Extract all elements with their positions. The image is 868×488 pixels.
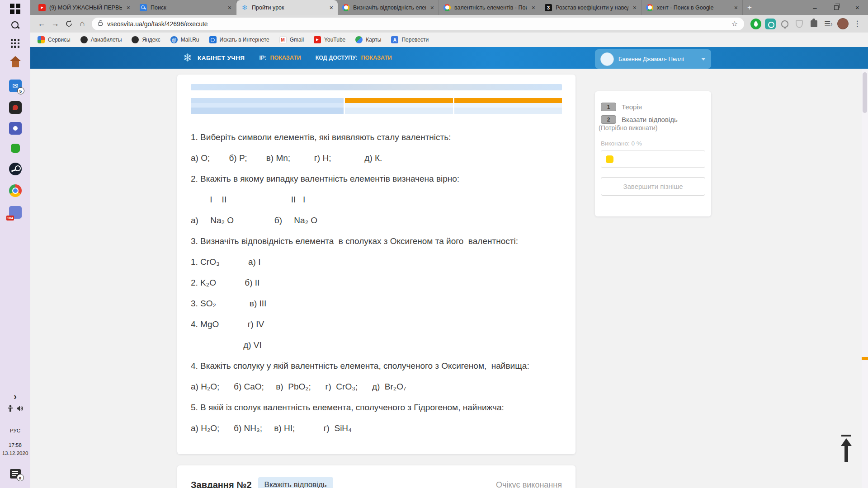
bookmark-perevesti[interactable]: AПеревести — [391, 36, 429, 43]
apps-grid-icon — [11, 39, 20, 48]
tab-close-icon[interactable]: × — [733, 4, 739, 11]
bookmark-yandex[interactable]: Яндекс — [132, 36, 160, 43]
question-line: 2. K₂O б) II — [191, 272, 562, 293]
tab-close-icon[interactable]: × — [227, 4, 232, 11]
taskbar-home-app[interactable] — [0, 60, 30, 70]
bookmark-star-icon[interactable]: ☆ — [731, 19, 738, 28]
restore-button[interactable] — [826, 0, 847, 15]
taskbar-mail-app[interactable]: ✉ 5 — [0, 80, 30, 92]
browser-menu-button[interactable]: ⋮ — [851, 18, 863, 30]
tab-close-icon[interactable]: × — [531, 4, 536, 11]
question-line: а) H₂O; б) CaO; в) PbO₂; г) CrO₃; д) Br₂… — [191, 376, 562, 397]
extension-green-button[interactable] — [750, 18, 762, 30]
task-header-band — [191, 84, 562, 90]
chrome-icon — [9, 184, 22, 197]
profile-button[interactable] — [836, 18, 849, 30]
bookmark-label: Искать в Интернете — [220, 37, 269, 43]
close-window-button[interactable]: × — [847, 0, 868, 15]
chevron-down-icon — [701, 58, 706, 61]
tab-valentnist[interactable]: валентність елементів - Поиск × — [439, 0, 540, 15]
mail-unread-badge: 5 — [17, 87, 24, 94]
google-icon — [342, 4, 349, 11]
taskbar-photos-app[interactable] — [0, 122, 30, 135]
taskbar-steam-app[interactable] — [0, 163, 30, 175]
tab-google-search[interactable]: хент - Поиск в Google × — [642, 0, 743, 15]
tab-close-icon[interactable]: × — [329, 4, 334, 11]
tab-close-icon[interactable]: × — [429, 4, 435, 11]
taskbar-search-button[interactable] — [0, 21, 30, 30]
forward-button[interactable]: → — [48, 17, 62, 31]
bookmark-aviabilety[interactable]: Авиабилеты — [80, 36, 122, 43]
question-text-block: 1. Виберіть символи елементів, які виявл… — [191, 127, 562, 439]
taskbar-chrome-app[interactable] — [0, 184, 30, 197]
clock-time[interactable]: 17:58 — [0, 442, 30, 449]
user-menu[interactable]: Бакенне Джамал- Неллі — [595, 49, 711, 69]
browser-toolbar: ← → ⌂ vseosvita.ua/go/task/42696/execute… — [30, 15, 868, 33]
bookmark-label: Gmail — [290, 37, 304, 43]
playlist-button[interactable]: ☰♪ — [822, 18, 835, 30]
step-1-badge: 1 — [601, 103, 616, 111]
tab-close-icon[interactable]: × — [632, 4, 637, 11]
tab-koeficienty[interactable]: 3 Розстав коефіцієнти у наведе × — [540, 0, 642, 15]
extension-bulb-button[interactable] — [778, 18, 791, 30]
list-icon: ☰ — [824, 19, 830, 28]
language-indicator[interactable]: РУС — [0, 427, 30, 434]
question-line: 3. SO₂ в) III — [191, 293, 562, 314]
taskbar-apps-button[interactable] — [0, 39, 30, 48]
messenger-app-icon: 104 — [9, 206, 22, 219]
start-button[interactable] — [0, 4, 30, 14]
task2-card: Завдання №2 Вкажіть відповідь Очікує вик… — [177, 465, 576, 488]
step-theory[interactable]: 1 Теорія — [601, 103, 642, 111]
chevron-right-icon: › — [14, 391, 17, 402]
notification-center-button[interactable]: 8 — [0, 469, 30, 479]
extension-shield-button[interactable] — [793, 18, 806, 30]
address-bar[interactable]: vseosvita.ua/go/task/42696/execute ☆ — [92, 18, 744, 30]
home-button[interactable]: ⌂ — [75, 17, 89, 31]
tab-vidpovidnist[interactable]: Визначіть відповідність елеме × — [338, 0, 439, 15]
access-code-show-link[interactable]: ПОКАЗАТИ — [361, 55, 392, 61]
tab-close-icon[interactable]: × — [126, 4, 131, 11]
taskbar-green-app[interactable] — [0, 144, 30, 153]
finish-later-button[interactable]: Завершити пізніше — [601, 177, 705, 196]
taskbar-messenger-app[interactable]: 104 — [0, 206, 30, 219]
extensions-menu-button[interactable] — [807, 18, 820, 30]
bookmark-label: Авиабилеты — [91, 37, 122, 43]
page-scrollbar[interactable] — [862, 69, 868, 488]
step-answer[interactable]: 2 Вказати відповідь — [601, 115, 678, 124]
tab-poisk[interactable]: Поиск × — [135, 0, 236, 15]
scrollbar-orange-marker — [862, 357, 868, 360]
clock-date[interactable]: 13.12.2020 — [0, 450, 30, 457]
taskbar-overflow-chevron[interactable]: › — [0, 391, 30, 402]
restore-icon — [834, 5, 839, 10]
bookmark-gmail[interactable]: MGmail — [279, 36, 304, 43]
extension-teal-button[interactable] — [764, 18, 777, 30]
bookmark-mailru[interactable]: @Mail.Ru — [170, 36, 199, 43]
steam-icon — [9, 163, 22, 175]
tab-strip: (9) МОЙ УЖАСНЫЙ ПЕРВЫЙ Р × Поиск × ❄ Про… — [30, 0, 868, 15]
question-line: д) VI — [191, 335, 562, 356]
bookmark-servisy[interactable]: Сервисы — [38, 36, 71, 43]
scroll-to-top-button[interactable] — [839, 434, 854, 464]
question-line: 1. Виберіть символи елементів, які виявл… — [191, 127, 562, 148]
question-line: 5. В якій із сполук валентність елемента… — [191, 397, 562, 418]
bookmark-karty[interactable]: Карты — [355, 36, 381, 43]
bookmark-iskat[interactable]: Искать в Интернете — [209, 36, 269, 43]
scrollbar-thumb[interactable] — [863, 72, 867, 113]
new-tab-button[interactable]: + — [743, 0, 756, 15]
lightbulb-icon — [781, 20, 788, 28]
envelope-glyph: ✉ — [12, 82, 18, 90]
bookmark-youtube[interactable]: YouTube — [314, 36, 345, 43]
green-shield-icon — [750, 19, 761, 29]
back-button[interactable]: ← — [35, 17, 48, 31]
tab-title: хент - Поиск в Google — [657, 5, 730, 11]
minimize-button[interactable]: – — [804, 0, 826, 15]
taskbar-aimp-app[interactable] — [0, 101, 30, 114]
vseosvita-logo-snowflake-icon: ❄ — [183, 52, 192, 64]
step-2-badge: 2 — [601, 115, 616, 124]
taskbar-tray-icons[interactable] — [0, 405, 30, 412]
tab-proyty-urok-active[interactable]: ❄ Пройти урок × — [236, 0, 338, 15]
bookmark-label: Перевести — [401, 37, 429, 43]
ip-show-link[interactable]: ПОКАЗАТИ — [270, 55, 301, 61]
reload-button[interactable] — [62, 17, 75, 31]
tab-youtube[interactable]: (9) МОЙ УЖАСНЫЙ ПЕРВЫЙ Р × — [34, 0, 135, 15]
